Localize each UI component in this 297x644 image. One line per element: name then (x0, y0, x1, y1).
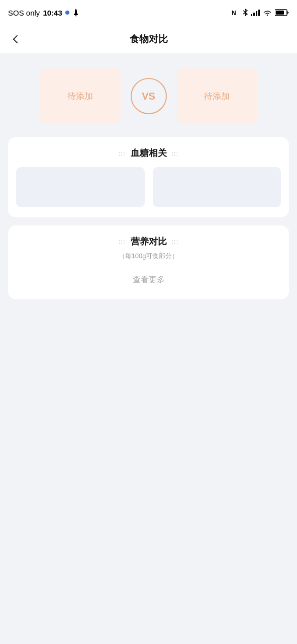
back-arrow-icon (13, 35, 22, 44)
nfc-icon: N (232, 9, 240, 16)
vs-badge: VS (131, 78, 167, 114)
battery-icon (275, 9, 289, 16)
bluetooth-icon (243, 9, 248, 17)
nutrition-subtitle: （每100g可食部分） (16, 252, 281, 261)
time-text: 10:43 (43, 9, 62, 17)
nutrition-title: 营养对比 (131, 235, 167, 248)
back-button[interactable] (8, 30, 26, 48)
food2-label: 待添加 (204, 91, 230, 102)
view-more-button[interactable]: 查看更多 (16, 271, 281, 289)
nutrition-card: ::: 营养对比 ::: （每100g可食部分） 查看更多 (8, 225, 289, 299)
status-right: N (232, 9, 289, 17)
svg-text:N: N (232, 10, 236, 16)
svg-rect-3 (276, 11, 284, 15)
blood-sugar-placeholder-right (153, 167, 281, 207)
status-left: SOS only 10:43 (8, 9, 79, 17)
blood-sugar-placeholder-left (16, 167, 145, 207)
food2-add-button[interactable]: 待添加 (177, 68, 257, 124)
signal-icon (251, 9, 260, 16)
nav-bar: 食物对比 (0, 25, 297, 53)
wifi-icon (263, 9, 272, 16)
food1-label: 待添加 (67, 91, 93, 102)
sos-text: SOS only (8, 9, 40, 17)
blood-sugar-dots-left: ::: (119, 149, 126, 157)
nutrition-dots-right: ::: (172, 238, 179, 246)
blood-sugar-card: ::: 血糖相关 ::: (8, 137, 289, 217)
notification-icon (72, 9, 79, 17)
main-content: 待添加 VS 待添加 ::: 血糖相关 ::: ::: 营养对比 ::: （每1… (0, 53, 297, 309)
food1-add-button[interactable]: 待添加 (40, 68, 121, 124)
blood-sugar-title: 血糖相关 (131, 147, 167, 159)
nutrition-card-header: ::: 营养对比 ::: (16, 235, 281, 248)
blood-sugar-card-header: ::: 血糖相关 ::: (16, 147, 281, 159)
blood-sugar-dots-right: ::: (172, 149, 179, 157)
svg-rect-0 (74, 14, 78, 15)
page-title: 食物对比 (26, 33, 271, 46)
vs-section: 待添加 VS 待添加 (8, 63, 289, 129)
vs-text: VS (142, 91, 155, 102)
nutrition-dots-left: ::: (119, 238, 126, 246)
status-dot-icon (65, 11, 69, 15)
blood-sugar-placeholders (16, 167, 281, 207)
status-bar: SOS only 10:43 N (0, 0, 297, 25)
